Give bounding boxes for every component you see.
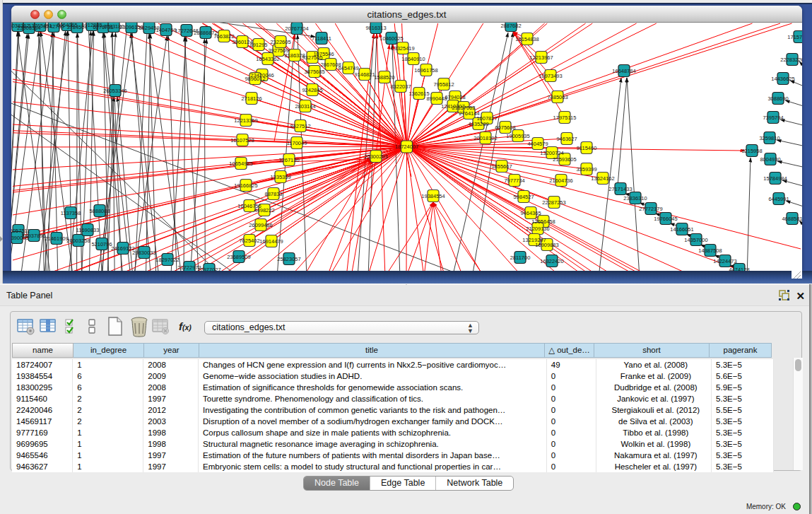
svg-text:25823057: 25823057 [277,256,300,262]
svg-text:7118411: 7118411 [312,35,331,42]
svg-text:26053346: 26053346 [103,88,126,94]
svg-text:10973493: 10973493 [539,73,562,79]
svg-text:21604736: 21604736 [549,177,572,184]
svg-text:8004930: 8004930 [760,156,780,163]
svg-text:16914479: 16914479 [259,238,283,245]
svg-text:18297022: 18297022 [155,257,179,263]
svg-text:4404579: 4404579 [527,141,548,147]
svg-text:6794028: 6794028 [445,94,465,100]
svg-text:13390093: 13390093 [11,235,29,241]
svg-text:16543362: 16543362 [256,56,279,62]
svg-text:22287253: 22287253 [542,199,565,206]
svg-text:25300293: 25300293 [364,153,387,160]
svg-text:7663822: 7663822 [213,33,234,40]
svg-text:20003258: 20003258 [66,238,90,244]
svg-text:1335359: 1335359 [270,174,290,180]
svg-text:16154838: 16154838 [515,36,539,42]
svg-text:17157224: 17157224 [787,34,802,40]
svg-text:4688581: 4688581 [782,216,802,222]
svg-text:18640910: 18640910 [401,56,425,62]
svg-text:9816313: 9816313 [365,25,386,31]
svg-text:9115460: 9115460 [577,145,597,151]
svg-text:5210796: 5210796 [91,241,112,247]
svg-text:1588520: 1588520 [374,74,394,81]
svg-text:10654985: 10654985 [229,160,252,167]
svg-text:23836310: 23836310 [623,195,647,201]
svg-text:14387508: 14387508 [698,247,722,254]
svg-text:16909883: 16909883 [535,242,558,248]
svg-text:5888088: 5888088 [89,208,110,214]
svg-text:7395794: 7395794 [763,115,783,121]
svg-text:1404769: 1404769 [155,27,176,33]
svg-text:8427512: 8427512 [290,123,310,129]
svg-text:27171433: 27171433 [608,186,632,192]
svg-text:12213967: 12213967 [529,54,553,61]
svg-text:10460025: 10460025 [379,35,403,42]
svg-text:1137358: 1137358 [61,210,81,216]
svg-text:4498222: 4498222 [254,207,274,214]
svg-text:29830033: 29830033 [132,250,155,256]
svg-text:19766045: 19766045 [654,216,677,222]
svg-text:7485063: 7485063 [547,94,567,100]
svg-text:891295: 891295 [249,42,267,48]
svg-text:21593605: 21593605 [553,156,576,163]
svg-text:12213369: 12213369 [234,117,257,124]
svg-text:19384554: 19384554 [421,193,445,199]
svg-text:2803144: 2803144 [295,103,315,110]
svg-text:3088690: 3088690 [767,95,788,102]
svg-text:18724007: 18724007 [395,144,418,150]
svg-text:27772179: 27772179 [639,206,662,212]
svg-text:19166825: 19166825 [234,182,257,189]
svg-text:15784984: 15784984 [763,175,787,182]
svg-text:2811700: 2811700 [510,255,531,261]
svg-text:1855667: 1855667 [491,163,512,170]
svg-text:19005935: 19005935 [506,133,529,139]
svg-text:8215958: 8215958 [741,148,762,154]
svg-text:9242845: 9242845 [302,87,322,93]
svg-text:8990448: 8990448 [426,95,447,102]
svg-text:8322037: 8322037 [390,83,411,90]
svg-text:7955812: 7955812 [433,81,454,88]
svg-text:2718126: 2718126 [241,95,261,102]
svg-text:4435289: 4435289 [468,121,488,127]
svg-text:26099486: 26099486 [249,222,272,228]
svg-text:3359399: 3359399 [576,166,596,173]
svg-text:7977734: 7977734 [504,177,524,184]
svg-text:24169122: 24169122 [111,245,134,252]
svg-text:3259810: 3259810 [759,135,779,141]
svg-text:1170049: 1170049 [287,140,307,146]
svg-text:3875685: 3875685 [304,69,324,75]
svg-text:16322420: 16322420 [540,258,563,264]
svg-text:21209136: 21209136 [526,226,549,232]
svg-text:17975115: 17975115 [553,115,577,121]
svg-text:10107528: 10107528 [230,137,254,144]
svg-text:9464365: 9464365 [520,210,541,216]
svg-text:21461909: 21461909 [45,235,68,242]
svg-text:14166051: 14166051 [670,226,693,233]
svg-text:13200724: 13200724 [540,150,563,156]
svg-text:16648784: 16648784 [612,68,635,74]
svg-text:14357000: 14357000 [684,237,707,243]
svg-text:20767704: 20767704 [285,25,308,32]
svg-text:6445991: 6445991 [768,196,789,202]
svg-text:3267130: 3267130 [278,157,299,163]
svg-text:1075546: 1075546 [313,51,334,57]
svg-text:13325419: 13325419 [391,45,414,52]
svg-text:9896012: 9896012 [245,76,265,82]
svg-text:9146821: 9146821 [354,71,375,78]
svg-text:23689509: 23689509 [227,254,250,260]
svg-text:22283226: 22283226 [780,57,802,63]
svg-text:2887682: 2887682 [500,23,521,29]
svg-text:6075608: 6075608 [495,124,515,131]
svg-text:8454749: 8454749 [338,65,358,71]
svg-text:5984527: 5984527 [513,194,534,200]
svg-text:887833: 887833 [264,191,282,197]
svg-text:14224473: 14224473 [713,258,736,264]
svg-text:11690833: 11690833 [76,227,100,233]
svg-text:14436625: 14436625 [771,76,794,82]
svg-text:12656458: 12656458 [531,218,555,225]
svg-text:1007827: 1007827 [476,115,497,122]
svg-text:9463627: 9463627 [556,136,577,142]
svg-text:7625402: 7625402 [239,238,259,244]
svg-text:16961758: 16961758 [414,67,437,74]
